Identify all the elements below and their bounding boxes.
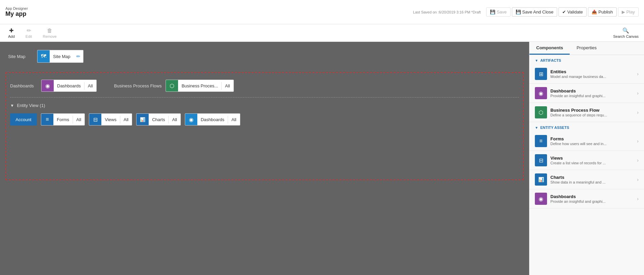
charts-comp-text: Charts Show data in a meaningful and ...	[550, 175, 634, 184]
save-and-close-button[interactable]: 💾 Save And Close	[512, 7, 558, 17]
account-button[interactable]: Account	[10, 113, 37, 126]
dashboards-comp-icon-box: ◉	[535, 87, 547, 99]
sitemap-edit-icon[interactable]: ✏	[74, 52, 83, 60]
dashboards-asset-desc: Provide an insightful and graphi...	[550, 199, 634, 203]
search-canvas[interactable]: 🔍 Search Canvas	[613, 27, 639, 38]
artifacts-section-header: ▼ ARTIFACTS	[529, 55, 644, 64]
app-name: My app	[5, 10, 28, 18]
entity-assets-chevron-icon[interactable]: ▼	[535, 126, 538, 130]
entity-assets-label: ENTITY ASSETS	[540, 126, 569, 130]
sitemap-icon: 🗺	[41, 53, 46, 59]
component-item-entities[interactable]: ⊞ Entities Model and manage business da.…	[529, 64, 644, 84]
right-panel: Components Properties ▼ ARTIFACTS ⊞ Enti…	[529, 42, 644, 275]
views-comp-icon: ⊟	[539, 157, 543, 164]
artifacts-chevron-icon[interactable]: ▼	[535, 59, 538, 62]
toolbar: ✚ Add ✏ Edit 🗑 Remove 🔍 Search Canvas	[0, 24, 644, 42]
bpf-all-button[interactable]: All	[221, 82, 233, 90]
charts-all-button[interactable]: All	[168, 116, 180, 123]
bpf-widget-text: Business Proces...	[178, 82, 221, 90]
forms-all-button[interactable]: All	[73, 116, 84, 123]
component-item-forms[interactable]: ≡ Forms Define how users will see and in…	[529, 132, 644, 151]
add-button[interactable]: ✚ Add	[5, 26, 18, 40]
entities-title: Entities	[550, 69, 634, 74]
validate-button[interactable]: ✔ Validate	[559, 7, 587, 17]
entities-icon: ⊞	[539, 71, 543, 77]
publish-icon: 📤	[592, 9, 597, 15]
canvas: Site Map 🗺 Site Map ✏ Dashboards ◉ Dashb…	[0, 42, 529, 275]
play-button[interactable]: ▶ Play	[618, 7, 639, 17]
entities-icon-box: ⊞	[535, 68, 547, 80]
header-meta: Last Saved on :6/20/2019 3:16 PM *Draft	[413, 10, 481, 14]
dashboards-widget-text: Dashboards	[54, 82, 84, 90]
bpf-comp-desc: Define a sequence of steps requ...	[550, 113, 634, 117]
forms-chevron-icon: ›	[637, 138, 639, 144]
dashboards-asset-title: Dashboards	[550, 194, 634, 199]
charts-text: Charts	[149, 116, 168, 123]
entity-dashboards-text: Dashboards	[197, 116, 228, 123]
sitemap-widget[interactable]: 🗺 Site Map ✏	[37, 50, 83, 63]
charts-comp-icon: 📊	[538, 177, 544, 182]
bpf-widget[interactable]: ⬡ Business Proces... All	[166, 80, 233, 92]
component-item-views[interactable]: ⊟ Views Create a list view of records fo…	[529, 151, 644, 170]
dashboards-comp-icon: ◉	[539, 90, 543, 97]
tab-components[interactable]: Components	[529, 42, 570, 55]
tab-properties[interactable]: Properties	[570, 42, 603, 55]
entity-dashboards-widget[interactable]: ◉ Dashboards All	[185, 113, 240, 126]
bpf-comp-text: Business Process Flow Define a sequence …	[550, 108, 634, 117]
component-item-dashboards[interactable]: ◉ Dashboards Provide an insightful and g…	[529, 84, 644, 103]
search-icon: 🔍	[622, 27, 629, 34]
views-icon: ⊟	[93, 116, 98, 123]
forms-comp-text: Forms Define how users will see and in..…	[550, 136, 634, 146]
charts-widget[interactable]: 📊 Charts All	[136, 113, 181, 126]
dashboards-all-button[interactable]: All	[84, 82, 96, 90]
edit-icon: ✏	[27, 27, 31, 34]
component-item-charts[interactable]: 📊 Charts Show data in a meaningful and .…	[529, 170, 644, 189]
dashboards-section-label: Dashboards	[10, 83, 37, 88]
header-right: Last Saved on :6/20/2019 3:16 PM *Draft …	[413, 7, 639, 17]
bpf-chevron-icon: ›	[637, 110, 639, 115]
publish-button[interactable]: 📤 Publish	[588, 7, 617, 17]
remove-button[interactable]: 🗑 Remove	[40, 26, 59, 40]
save-icon: 💾	[490, 9, 495, 15]
bpf-comp-icon-box: ⬡	[535, 106, 547, 118]
entity-row: Account ≡ Forms All ⊟ Views All	[10, 113, 519, 126]
save-close-icon: 💾	[516, 9, 521, 15]
component-item-dashboards-asset[interactable]: ◉ Dashboards Provide an insightful and g…	[529, 189, 644, 209]
dashboards-asset-text: Dashboards Provide an insightful and gra…	[550, 194, 634, 203]
panel-tabs: Components Properties	[529, 42, 644, 55]
edit-button[interactable]: ✏ Edit	[23, 26, 35, 40]
add-icon: ✚	[9, 27, 14, 34]
charts-icon: 📊	[140, 117, 145, 122]
views-comp-title: Views	[550, 156, 634, 161]
dashed-section: Dashboards ◉ Dashboards All Business Pro…	[5, 72, 524, 180]
entity-view-chevron-icon[interactable]: ▼	[10, 103, 14, 108]
save-button[interactable]: 💾 Save	[486, 7, 511, 17]
views-text: Views	[101, 116, 120, 123]
forms-widget[interactable]: ≡ Forms All	[41, 113, 85, 126]
views-all-button[interactable]: All	[120, 116, 132, 123]
charts-chevron-icon: ›	[637, 177, 639, 182]
dashboards-widget[interactable]: ◉ Dashboards All	[41, 80, 97, 92]
views-icon-box: ⊟	[89, 113, 101, 126]
bpf-icon: ⬡	[170, 83, 174, 89]
charts-comp-desc: Show data in a meaningful and ...	[550, 180, 634, 184]
views-chevron-icon: ›	[637, 158, 639, 163]
bpf-comp-title: Business Process Flow	[550, 108, 634, 113]
dashboards-icon: ◉	[45, 83, 50, 89]
header: App Designer My app Last Saved on :6/20/…	[0, 0, 644, 24]
forms-comp-title: Forms	[550, 136, 634, 141]
entities-text: Entities Model and manage business da...	[550, 69, 634, 79]
views-comp-icon-box: ⊟	[535, 154, 547, 166]
sitemap-icon-box: 🗺	[38, 50, 50, 62]
entity-dashboards-all-button[interactable]: All	[228, 116, 240, 123]
views-widget[interactable]: ⊟ Views All	[89, 113, 132, 126]
component-item-bpf[interactable]: ⬡ Business Process Flow Define a sequenc…	[529, 103, 644, 122]
bpf-comp-icon: ⬡	[539, 109, 543, 116]
play-icon: ▶	[622, 9, 625, 15]
forms-comp-desc: Define how users will see and in...	[550, 142, 634, 146]
forms-icon: ≡	[46, 116, 49, 122]
forms-comp-icon: ≡	[539, 138, 542, 144]
views-comp-desc: Create a list view of records for ...	[550, 161, 634, 165]
app-designer-label: App Designer	[5, 6, 28, 10]
dashboards-comp-title: Dashboards	[550, 88, 634, 93]
